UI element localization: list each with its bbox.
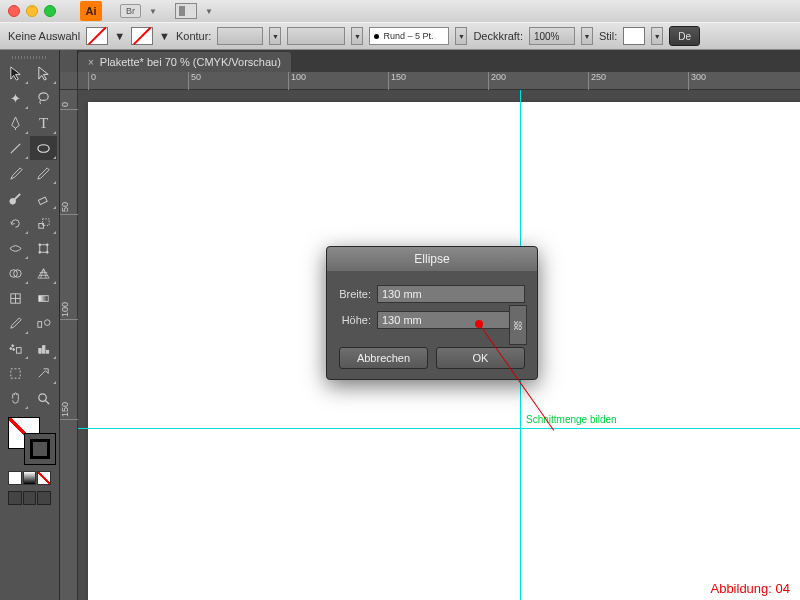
- ruler-tick: 200: [488, 72, 506, 90]
- fill-dropdown-icon[interactable]: ▼: [114, 30, 125, 42]
- color-mode-gradient[interactable]: [23, 471, 37, 485]
- artboard-tool[interactable]: [2, 361, 29, 385]
- draw-mode-normal[interactable]: [8, 491, 22, 505]
- pen-tool[interactable]: [2, 111, 29, 135]
- blob-brush-tool[interactable]: [2, 186, 29, 210]
- draw-mode-behind[interactable]: [23, 491, 37, 505]
- bridge-button[interactable]: Br: [120, 4, 141, 18]
- svg-rect-7: [40, 244, 48, 252]
- ruler-tick: 50: [188, 72, 201, 90]
- dialog-title: Ellipse: [327, 247, 537, 271]
- svg-rect-26: [46, 350, 48, 353]
- document-tab-title: Plakette* bei 70 % (CMYK/Vorschau): [100, 56, 281, 68]
- intersect-annotation: Schnittmenge bilden: [526, 414, 617, 425]
- var-width-dd-icon[interactable]: ▼: [351, 27, 363, 45]
- svg-point-0: [39, 92, 48, 100]
- panel-drag-handle[interactable]: [2, 54, 57, 60]
- ruler-horizontal[interactable]: 0 50 100 150 200 250 300: [78, 72, 800, 90]
- ruler-origin[interactable]: [60, 72, 78, 90]
- selection-tool[interactable]: [2, 61, 29, 85]
- ellipse-tool[interactable]: [30, 136, 57, 160]
- line-segment-tool[interactable]: [2, 136, 29, 160]
- document-tab[interactable]: × Plakette* bei 70 % (CMYK/Vorschau): [78, 52, 291, 72]
- stil-label: Stil:: [599, 30, 617, 42]
- type-tool[interactable]: T: [30, 111, 57, 135]
- fill-swatch[interactable]: [86, 27, 108, 45]
- opacity-dd-icon[interactable]: ▼: [581, 27, 593, 45]
- color-mode-solid[interactable]: [8, 471, 22, 485]
- brush-dd-icon[interactable]: ▼: [455, 27, 467, 45]
- svg-point-2: [38, 144, 49, 152]
- svg-point-23: [13, 348, 15, 350]
- ellipse-dialog: Ellipse Breite: Höhe: ⛓ Abbrechen OK: [326, 246, 538, 380]
- color-mode-none[interactable]: [37, 471, 51, 485]
- guide-horizontal[interactable]: [78, 428, 800, 429]
- brush-definition[interactable]: Rund – 5 Pt.: [369, 27, 449, 45]
- free-transform-tool[interactable]: [30, 236, 57, 260]
- tab-close-icon[interactable]: ×: [88, 57, 94, 68]
- mesh-tool[interactable]: [2, 286, 29, 310]
- constrain-proportions-icon[interactable]: ⛓: [509, 305, 527, 345]
- svg-point-22: [10, 347, 12, 349]
- width-tool[interactable]: [2, 236, 29, 260]
- eyedropper-tool[interactable]: [2, 311, 29, 335]
- stroke-swatch[interactable]: [131, 27, 153, 45]
- width-input[interactable]: [377, 285, 525, 303]
- lasso-tool[interactable]: [30, 86, 57, 110]
- workspace-dropdown-icon[interactable]: ▼: [205, 7, 213, 16]
- shape-builder-tool[interactable]: [2, 261, 29, 285]
- magic-wand-tool[interactable]: ✦: [2, 86, 29, 110]
- direct-selection-tool[interactable]: [30, 61, 57, 85]
- height-label: Höhe:: [339, 314, 371, 326]
- slice-tool[interactable]: [30, 361, 57, 385]
- svg-point-19: [44, 319, 50, 325]
- stroke-weight-input[interactable]: [217, 27, 263, 45]
- ruler-tick: 0: [88, 72, 96, 90]
- stroke-indicator[interactable]: [24, 433, 56, 465]
- hand-tool[interactable]: [2, 386, 29, 410]
- stroke-weight-dd-icon[interactable]: ▼: [269, 27, 281, 45]
- style-dd-icon[interactable]: ▼: [651, 27, 663, 45]
- var-width-profile[interactable]: [287, 27, 345, 45]
- window-minimize-button[interactable]: [26, 5, 38, 17]
- window-close-button[interactable]: [8, 5, 20, 17]
- scale-tool[interactable]: [30, 211, 57, 235]
- fill-stroke-indicator[interactable]: [2, 415, 57, 467]
- extra-button[interactable]: De: [669, 26, 700, 46]
- svg-point-21: [12, 344, 14, 346]
- bridge-dropdown-icon[interactable]: ▼: [149, 7, 157, 16]
- color-mode-row: [2, 471, 57, 485]
- symbol-sprayer-tool[interactable]: [2, 336, 29, 360]
- column-graph-tool[interactable]: [30, 336, 57, 360]
- rotate-tool[interactable]: [2, 211, 29, 235]
- ruler-tick: 300: [688, 72, 706, 90]
- opacity-input[interactable]: 100%: [529, 27, 575, 45]
- brush-label: Rund – 5 Pt.: [383, 31, 433, 41]
- svg-rect-17: [39, 295, 48, 301]
- gradient-tool[interactable]: [30, 286, 57, 310]
- workspace-switcher-icon[interactable]: [175, 3, 197, 19]
- svg-rect-25: [43, 345, 45, 353]
- svg-line-29: [45, 400, 49, 404]
- draw-mode-inside[interactable]: [37, 491, 51, 505]
- ok-button[interactable]: OK: [436, 347, 525, 369]
- ruler-vertical[interactable]: 0 50 100 150: [60, 90, 78, 600]
- mac-titlebar: Ai Br ▼ ▼: [0, 0, 800, 22]
- svg-point-10: [39, 251, 41, 253]
- svg-point-11: [46, 251, 48, 253]
- cancel-button[interactable]: Abbrechen: [339, 347, 428, 369]
- ruler-tick: 0: [60, 102, 78, 110]
- window-zoom-button[interactable]: [44, 5, 56, 17]
- stroke-dropdown-icon[interactable]: ▼: [159, 30, 170, 42]
- ruler-tick: 50: [60, 202, 78, 215]
- height-input[interactable]: [377, 311, 525, 329]
- perspective-grid-tool[interactable]: [30, 261, 57, 285]
- svg-rect-24: [39, 348, 41, 353]
- eraser-tool[interactable]: [30, 186, 57, 210]
- paintbrush-tool[interactable]: [2, 161, 29, 185]
- blend-tool[interactable]: [30, 311, 57, 335]
- style-swatch[interactable]: [623, 27, 645, 45]
- pencil-tool[interactable]: [30, 161, 57, 185]
- panel-collapse-strip[interactable]: [60, 50, 78, 72]
- zoom-tool[interactable]: [30, 386, 57, 410]
